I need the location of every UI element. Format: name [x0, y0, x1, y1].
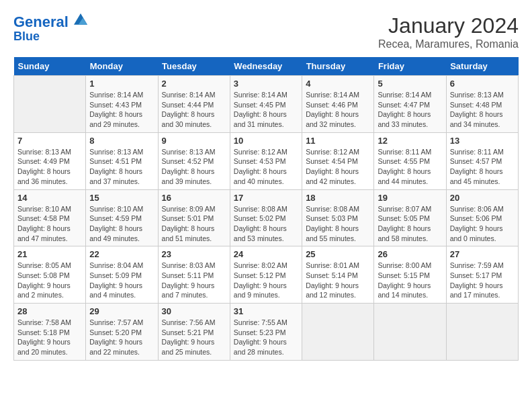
calendar-title: January 2024 — [378, 13, 519, 38]
calendar-cell: 20Sunrise: 8:06 AMSunset: 5:06 PMDayligh… — [446, 189, 518, 246]
day-info: Sunrise: 7:58 AMSunset: 5:18 PMDaylight:… — [17, 318, 82, 357]
day-number: 10 — [234, 136, 298, 146]
day-info: Sunrise: 8:06 AMSunset: 5:06 PMDaylight:… — [450, 204, 515, 244]
calendar-cell: 6Sunrise: 8:13 AMSunset: 4:48 PMDaylight… — [446, 76, 518, 133]
day-info: Sunrise: 8:07 AMSunset: 5:05 PMDaylight:… — [378, 204, 442, 244]
calendar-table: SundayMondayTuesdayWednesdayThursdayFrid… — [13, 57, 519, 361]
day-info: Sunrise: 7:55 AMSunset: 5:23 PMDaylight:… — [234, 318, 298, 357]
day-number: 3 — [234, 79, 298, 89]
day-number: 24 — [234, 249, 298, 259]
calendar-cell: 1Sunrise: 8:14 AMSunset: 4:43 PMDaylight… — [86, 76, 158, 133]
calendar-cell: 14Sunrise: 8:10 AMSunset: 4:58 PMDayligh… — [14, 189, 86, 246]
logo-general: General — [13, 13, 69, 30]
calendar-week-2: 7Sunrise: 8:13 AMSunset: 4:49 PMDaylight… — [14, 132, 519, 189]
day-info: Sunrise: 8:10 AMSunset: 4:59 PMDaylight:… — [89, 204, 154, 244]
day-info: Sunrise: 8:13 AMSunset: 4:48 PMDaylight:… — [450, 90, 515, 130]
weekday-header-thursday: Thursday — [302, 57, 374, 76]
weekday-header-friday: Friday — [374, 57, 446, 76]
day-info: Sunrise: 8:04 AMSunset: 5:09 PMDaylight:… — [89, 261, 154, 300]
day-info: Sunrise: 8:08 AMSunset: 5:02 PMDaylight:… — [234, 204, 298, 244]
day-info: Sunrise: 8:02 AMSunset: 5:12 PMDaylight:… — [234, 261, 298, 300]
day-info: Sunrise: 8:14 AMSunset: 4:47 PMDaylight:… — [378, 90, 442, 130]
day-number: 25 — [306, 249, 370, 259]
day-number: 2 — [162, 79, 226, 89]
day-number: 11 — [306, 136, 370, 146]
calendar-cell: 27Sunrise: 7:59 AMSunset: 5:17 PMDayligh… — [446, 246, 518, 304]
day-number: 20 — [450, 193, 515, 203]
day-info: Sunrise: 8:12 AMSunset: 4:54 PMDaylight:… — [306, 147, 370, 187]
title-block: January 2024 Recea, Maramures, Romania — [378, 13, 519, 50]
weekday-header-wednesday: Wednesday — [230, 57, 302, 76]
day-number: 5 — [378, 79, 442, 89]
day-number: 15 — [89, 193, 154, 203]
calendar-cell — [14, 76, 86, 133]
calendar-week-5: 28Sunrise: 7:58 AMSunset: 5:18 PMDayligh… — [14, 304, 519, 361]
calendar-cell: 24Sunrise: 8:02 AMSunset: 5:12 PMDayligh… — [230, 246, 302, 304]
day-number: 29 — [89, 306, 154, 316]
day-number: 1 — [89, 79, 154, 89]
day-info: Sunrise: 7:59 AMSunset: 5:17 PMDaylight:… — [450, 261, 515, 300]
calendar-cell — [374, 304, 446, 361]
day-number: 28 — [17, 306, 82, 316]
weekday-header-tuesday: Tuesday — [158, 57, 230, 76]
day-info: Sunrise: 8:11 AMSunset: 4:55 PMDaylight:… — [378, 147, 442, 187]
day-number: 21 — [17, 249, 82, 259]
calendar-cell: 15Sunrise: 8:10 AMSunset: 4:59 PMDayligh… — [86, 189, 158, 246]
day-number: 31 — [234, 306, 298, 316]
day-info: Sunrise: 8:14 AMSunset: 4:43 PMDaylight:… — [89, 90, 154, 130]
logo: General Blue — [13, 13, 87, 44]
calendar-cell: 29Sunrise: 7:57 AMSunset: 5:20 PMDayligh… — [86, 304, 158, 361]
day-number: 8 — [89, 136, 154, 146]
calendar-cell: 2Sunrise: 8:14 AMSunset: 4:44 PMDaylight… — [158, 76, 230, 133]
calendar-cell: 9Sunrise: 8:13 AMSunset: 4:52 PMDaylight… — [158, 132, 230, 189]
day-number: 6 — [450, 79, 515, 89]
calendar-cell: 16Sunrise: 8:09 AMSunset: 5:01 PMDayligh… — [158, 189, 230, 246]
day-info: Sunrise: 8:08 AMSunset: 5:03 PMDaylight:… — [306, 204, 370, 244]
day-info: Sunrise: 8:13 AMSunset: 4:52 PMDaylight:… — [162, 147, 226, 187]
calendar-cell: 12Sunrise: 8:11 AMSunset: 4:55 PMDayligh… — [374, 132, 446, 189]
day-number: 26 — [378, 249, 442, 259]
calendar-cell: 21Sunrise: 8:05 AMSunset: 5:08 PMDayligh… — [14, 246, 86, 304]
weekday-header-saturday: Saturday — [446, 57, 518, 76]
day-info: Sunrise: 8:13 AMSunset: 4:49 PMDaylight:… — [17, 147, 82, 187]
calendar-cell: 23Sunrise: 8:03 AMSunset: 5:11 PMDayligh… — [158, 246, 230, 304]
calendar-cell: 31Sunrise: 7:55 AMSunset: 5:23 PMDayligh… — [230, 304, 302, 361]
calendar-cell — [446, 304, 518, 361]
calendar-week-3: 14Sunrise: 8:10 AMSunset: 4:58 PMDayligh… — [14, 189, 519, 246]
day-info: Sunrise: 8:14 AMSunset: 4:46 PMDaylight:… — [306, 90, 370, 130]
weekday-header-monday: Monday — [86, 57, 158, 76]
calendar-subtitle: Recea, Maramures, Romania — [378, 38, 519, 50]
page-header: General Blue January 2024 Recea, Maramur… — [13, 13, 519, 50]
calendar-cell: 10Sunrise: 8:12 AMSunset: 4:53 PMDayligh… — [230, 132, 302, 189]
day-number: 23 — [162, 249, 226, 259]
logo-icon — [74, 13, 87, 27]
day-info: Sunrise: 8:12 AMSunset: 4:53 PMDaylight:… — [234, 147, 298, 187]
day-number: 14 — [17, 193, 82, 203]
day-info: Sunrise: 8:10 AMSunset: 4:58 PMDaylight:… — [17, 204, 82, 244]
calendar-cell: 26Sunrise: 8:00 AMSunset: 5:15 PMDayligh… — [374, 246, 446, 304]
weekday-header-sunday: Sunday — [14, 57, 86, 76]
day-info: Sunrise: 8:11 AMSunset: 4:57 PMDaylight:… — [450, 147, 515, 187]
calendar-cell: 13Sunrise: 8:11 AMSunset: 4:57 PMDayligh… — [446, 132, 518, 189]
logo-blue: Blue — [13, 30, 87, 44]
day-info: Sunrise: 8:05 AMSunset: 5:08 PMDaylight:… — [17, 261, 82, 300]
day-number: 30 — [162, 306, 226, 316]
day-info: Sunrise: 7:57 AMSunset: 5:20 PMDaylight:… — [89, 318, 154, 357]
calendar-cell: 4Sunrise: 8:14 AMSunset: 4:46 PMDaylight… — [302, 76, 374, 133]
calendar-cell: 3Sunrise: 8:14 AMSunset: 4:45 PMDaylight… — [230, 76, 302, 133]
day-info: Sunrise: 8:01 AMSunset: 5:14 PMDaylight:… — [306, 261, 370, 300]
day-info: Sunrise: 8:03 AMSunset: 5:11 PMDaylight:… — [162, 261, 226, 300]
calendar-cell — [302, 304, 374, 361]
day-info: Sunrise: 8:09 AMSunset: 5:01 PMDaylight:… — [162, 204, 226, 244]
day-number: 9 — [162, 136, 226, 146]
day-number: 27 — [450, 249, 515, 259]
weekday-header-row: SundayMondayTuesdayWednesdayThursdayFrid… — [14, 57, 519, 76]
day-info: Sunrise: 8:00 AMSunset: 5:15 PMDaylight:… — [378, 261, 442, 300]
calendar-week-1: 1Sunrise: 8:14 AMSunset: 4:43 PMDaylight… — [14, 76, 519, 133]
calendar-cell: 8Sunrise: 8:13 AMSunset: 4:51 PMDaylight… — [86, 132, 158, 189]
day-number: 16 — [162, 193, 226, 203]
day-number: 22 — [89, 249, 154, 259]
calendar-cell: 18Sunrise: 8:08 AMSunset: 5:03 PMDayligh… — [302, 189, 374, 246]
calendar-cell: 25Sunrise: 8:01 AMSunset: 5:14 PMDayligh… — [302, 246, 374, 304]
calendar-cell: 7Sunrise: 8:13 AMSunset: 4:49 PMDaylight… — [14, 132, 86, 189]
